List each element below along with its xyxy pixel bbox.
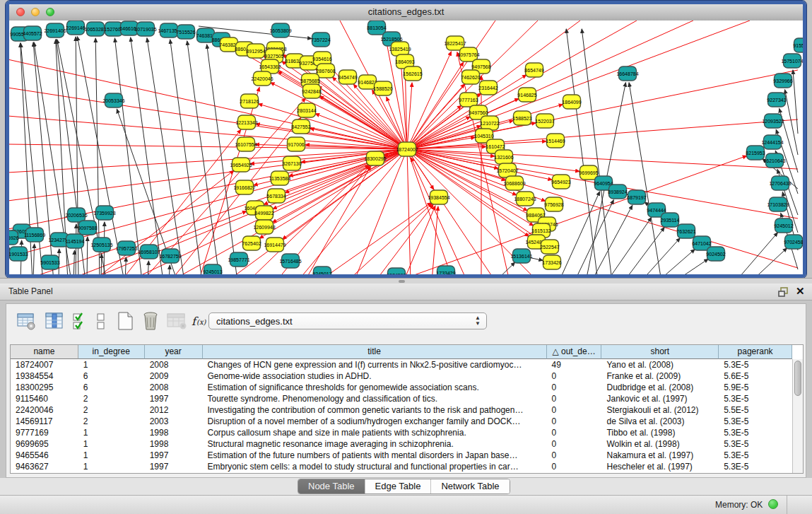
table-row[interactable]: 911546021997Tourette syndrome. Phenomeno…	[11, 393, 792, 404]
graph-node[interactable]: 7357224	[311, 33, 330, 47]
graph-node[interactable]: 12609948	[253, 220, 275, 234]
graph-node[interactable]: 12093522	[762, 114, 784, 128]
graph-edge[interactable]	[624, 227, 664, 274]
table-row[interactable]: 946554611997Estimation of the future num…	[11, 450, 792, 461]
graph-edge[interactable]	[101, 254, 102, 274]
graph-node[interactable]: 11353584	[269, 171, 291, 185]
table-row[interactable]: 1830029562008Estimation of significance …	[11, 382, 792, 393]
graph-node[interactable]: 8654749	[524, 63, 543, 77]
graph-edge[interactable]	[607, 218, 652, 274]
table-body[interactable]: 1872400712008Changes of HCN gene express…	[11, 359, 792, 473]
graph-node[interactable]: 9227343	[767, 93, 786, 107]
graph-node[interactable]: 9702458	[784, 235, 803, 249]
graph-node[interactable]: 7625402	[242, 236, 261, 250]
graph-node[interactable]: 1210722	[480, 116, 499, 130]
graph-edge[interactable]	[87, 237, 88, 274]
graph-node[interactable]: 2316442	[478, 81, 498, 95]
tab-edge-table[interactable]: Edge Table	[365, 479, 432, 493]
graph-node[interactable]: 9654923	[551, 175, 570, 189]
graph-edge[interactable]	[114, 38, 142, 274]
graph-node[interactable]: 12444154	[761, 135, 783, 149]
column-header-year[interactable]: year	[145, 345, 203, 359]
graph-node[interactable]: 8499822	[254, 206, 273, 220]
graph-edge[interactable]	[793, 70, 798, 134]
graph-node[interactable]: 7632621	[676, 224, 695, 238]
graph-node[interactable]: 9245017	[312, 267, 331, 274]
graph-node[interactable]: 1524503	[387, 268, 406, 274]
graph-node[interactable]: 9097588	[78, 221, 97, 235]
graph-node[interactable]: 2718126	[240, 94, 259, 108]
graph-node[interactable]: 10688609	[503, 176, 525, 190]
graph-node[interactable]: 8813054	[367, 21, 386, 35]
graph-node[interactable]: 12505135	[90, 238, 112, 252]
graph-node[interactable]: 16210643	[763, 153, 785, 168]
column-header-pagerank[interactable]: pagerank	[719, 345, 792, 359]
graph-node[interactable]: 20053346	[102, 93, 124, 107]
graph-node[interactable]: 1514469	[546, 134, 565, 148]
table-header-row[interactable]: namein_degreeyeartitle△ out_de…shortpage…	[11, 345, 792, 359]
table-row[interactable]: 2242004622012Investigating the contribut…	[11, 404, 792, 416]
graph-node[interactable]: 18300295	[364, 151, 386, 165]
graph-edge[interactable]	[411, 158, 467, 274]
graph-node[interactable]: 2935114	[661, 213, 680, 227]
graph-edge[interactable]	[641, 238, 680, 274]
graph-edge[interactable]	[76, 224, 76, 274]
graph-edge[interactable]	[319, 96, 407, 149]
graph-node[interactable]: 16958107	[138, 245, 160, 259]
graph-node[interactable]: 1588520	[373, 81, 392, 95]
node-table[interactable]: namein_degreeyeartitle△ out_de…shortpage…	[10, 344, 804, 474]
citation-network-graph[interactable]: 9905572440557222691406226914610653287152…	[9, 21, 803, 274]
graph-node[interactable]: 13825419	[389, 42, 411, 56]
graph-node[interactable]: 1864099	[562, 95, 581, 109]
graph-node[interactable]: 3915926	[9, 230, 19, 245]
graph-edge[interactable]	[432, 206, 438, 274]
graph-node[interactable]: 18724007	[396, 142, 418, 156]
scrollbar-thumb[interactable]	[794, 361, 801, 396]
graph-node[interactable]: 16107554	[235, 137, 257, 151]
graph-edge[interactable]	[407, 21, 637, 149]
graph-edge[interactable]	[147, 38, 184, 274]
deselect-all-icon[interactable]	[93, 310, 115, 332]
graph-node[interactable]: 15716485	[279, 254, 301, 268]
column-header-in_degree[interactable]: in_degree	[78, 345, 145, 359]
graph-node[interactable]: 18807243	[514, 192, 536, 206]
tab-network-table[interactable]: Network Table	[431, 479, 509, 493]
graph-node[interactable]: 16053809	[269, 23, 291, 37]
graph-edge[interactable]	[33, 244, 35, 274]
table-row[interactable]: 969969511998Structural magnetic resonanc…	[11, 438, 792, 450]
graph-node[interactable]: 1522037	[535, 114, 554, 128]
graph-node[interactable]: 5901533	[40, 255, 59, 269]
graph-node[interactable]: 19166827	[233, 180, 255, 194]
graph-node[interactable]: 12706438	[769, 176, 791, 190]
graph-node[interactable]: 5678334	[266, 189, 286, 203]
graph-node[interactable]: 15751074	[781, 54, 803, 68]
network-canvas[interactable]: 9905572440557222691406226914610653287152…	[9, 21, 803, 274]
graph-node[interactable]: 9242848	[302, 84, 321, 98]
graph-node[interactable]: 3267130	[282, 156, 301, 170]
graph-node[interactable]: 4405572	[23, 26, 42, 40]
graph-node[interactable]: 16914479	[264, 238, 286, 252]
graph-edge[interactable]	[407, 119, 798, 149]
graph-node[interactable]: 10719035	[134, 22, 156, 36]
graph-node[interactable]: 1733426	[542, 255, 561, 269]
graph-node[interactable]: 8215953	[746, 146, 765, 160]
window-titlebar[interactable]: citations_edges.txt	[9, 4, 803, 21]
graph-node[interactable]: 8427552	[291, 119, 310, 134]
graph-node[interactable]: 1901533	[9, 247, 28, 261]
graph-node[interactable]: 22420046	[251, 71, 273, 86]
graph-node[interactable]: 8938924	[608, 185, 627, 199]
graph-node[interactable]: 11156869	[24, 228, 45, 242]
delete-rows-icon[interactable]	[139, 310, 162, 332]
graph-edge[interactable]	[407, 117, 470, 149]
column-header-out_de[interactable]: △ out_de…	[547, 345, 602, 359]
graph-edge[interactable]	[347, 204, 432, 274]
graph-edge[interactable]	[629, 83, 661, 274]
graph-edge[interactable]	[751, 248, 787, 274]
column-header-short[interactable]: short	[601, 345, 719, 359]
graph-node[interactable]: 9777163	[459, 93, 478, 107]
table-options-icon[interactable]	[15, 310, 37, 332]
graph-node[interactable]: 917006	[288, 137, 305, 151]
graph-node[interactable]: 6879197	[627, 190, 646, 204]
graph-node[interactable]: 8454749	[338, 70, 357, 84]
graph-edge[interactable]	[658, 250, 695, 274]
